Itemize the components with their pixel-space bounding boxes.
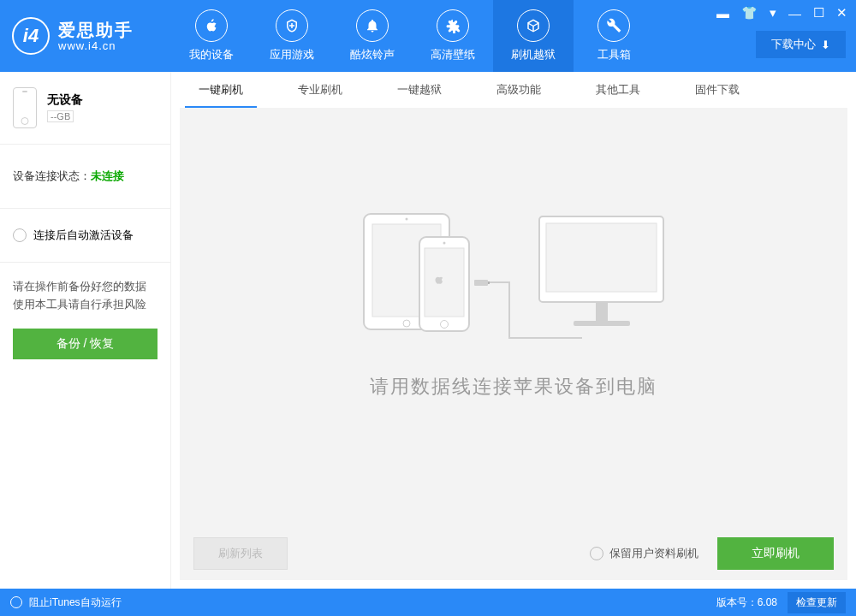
settings-icon[interactable]: ▾ xyxy=(770,5,776,21)
apple-icon xyxy=(195,9,228,42)
nav-apps-games[interactable]: 应用游戏 xyxy=(252,0,332,72)
bell-icon xyxy=(356,9,389,42)
auto-activate-option[interactable]: 连接后自动激活设备 xyxy=(0,209,170,262)
download-icon: ⬇ xyxy=(821,38,830,51)
top-nav: 我的设备 应用游戏 酷炫铃声 高清壁纸 刷机越狱 xyxy=(171,0,654,72)
svg-rect-11 xyxy=(546,223,657,292)
nav-wallpapers[interactable]: 高清壁纸 xyxy=(413,0,493,72)
keep-user-data-option[interactable]: 保留用户资料刷机 xyxy=(590,546,698,561)
app-title: 爱思助手 xyxy=(58,21,134,39)
radio-icon xyxy=(590,547,603,560)
tab-one-click-flash[interactable]: 一键刷机 xyxy=(185,72,257,108)
flash-now-button[interactable]: 立即刷机 xyxy=(717,537,834,570)
radio-icon xyxy=(10,596,22,608)
conn-value: 未连接 xyxy=(91,169,124,182)
main-area: 一键刷机 专业刷机 一键越狱 高级功能 其他工具 固件下载 xyxy=(171,72,856,589)
nav-label: 高清壁纸 xyxy=(431,47,475,62)
flower-icon xyxy=(437,9,469,42)
check-update-button[interactable]: 检查更新 xyxy=(788,592,846,613)
keep-data-label: 保留用户资料刷机 xyxy=(609,546,698,561)
tab-pro-flash[interactable]: 专业刷机 xyxy=(284,72,356,108)
svg-point-3 xyxy=(406,218,408,221)
maximize-icon[interactable]: ☐ xyxy=(813,5,824,21)
window-controls: ▬ 👕 ▾ — ☐ ✕ xyxy=(716,5,847,21)
tab-one-click-jailbreak[interactable]: 一键越狱 xyxy=(383,72,455,108)
version-info: 版本号：6.08 xyxy=(716,595,777,610)
shirt-icon[interactable]: 👕 xyxy=(741,5,758,21)
nav-label: 工具箱 xyxy=(597,47,631,62)
download-center-label: 下载中心 xyxy=(771,37,816,52)
bottom-bar: 刷新列表 保留用户资料刷机 立即刷机 xyxy=(180,527,847,580)
app-store-icon xyxy=(276,9,308,42)
feedback-icon[interactable]: ▬ xyxy=(716,6,729,21)
phone-thumb-icon xyxy=(13,87,37,128)
device-size: --GB xyxy=(47,110,74,122)
nav-label: 我的设备 xyxy=(189,47,234,62)
nav-my-device[interactable]: 我的设备 xyxy=(171,0,252,72)
sidebar: 无设备 --GB 设备连接状态：未连接 连接后自动激活设备 请在操作前备份好您的… xyxy=(0,72,171,589)
svg-rect-12 xyxy=(596,302,608,321)
svg-rect-13 xyxy=(574,321,630,326)
nav-label: 刷机越狱 xyxy=(511,47,556,62)
svg-rect-5 xyxy=(425,248,464,317)
tab-advanced[interactable]: 高级功能 xyxy=(483,72,555,108)
svg-point-7 xyxy=(443,242,446,245)
backup-restore-button[interactable]: 备份 / 恢复 xyxy=(13,329,158,359)
connect-prompt: 请用数据线连接苹果设备到电脑 xyxy=(370,374,657,400)
auto-activate-label: 连接后自动激活设备 xyxy=(33,228,134,243)
app-subtitle: www.i4.cn xyxy=(58,39,134,52)
tab-firmware-download[interactable]: 固件下载 xyxy=(681,72,753,108)
logo-area: i4 爱思助手 www.i4.cn xyxy=(0,17,171,55)
sub-tabs: 一键刷机 专业刷机 一键越狱 高级功能 其他工具 固件下载 xyxy=(171,72,856,108)
svg-rect-9 xyxy=(488,281,490,284)
nav-flash-jailbreak[interactable]: 刷机越狱 xyxy=(493,0,574,72)
header: i4 爱思助手 www.i4.cn 我的设备 应用游戏 酷炫铃声 xyxy=(0,0,856,72)
device-block: 无设备 --GB xyxy=(0,72,170,144)
nav-label: 酷炫铃声 xyxy=(350,47,395,62)
minimize-icon[interactable]: — xyxy=(788,6,801,21)
device-name: 无设备 xyxy=(47,92,83,108)
connect-illustration xyxy=(360,201,668,350)
backup-note: 请在操作前备份好您的数据 使用本工具请自行承担风险 xyxy=(0,263,170,325)
box-icon xyxy=(517,9,550,42)
close-icon[interactable]: ✕ xyxy=(836,5,847,21)
nav-toolbox[interactable]: 工具箱 xyxy=(574,0,654,72)
block-itunes-option[interactable]: 阻止iTunes自动运行 xyxy=(10,595,122,610)
download-center-button[interactable]: 下载中心 ⬇ xyxy=(756,31,846,58)
nav-ringtones[interactable]: 酷炫铃声 xyxy=(332,0,413,72)
footer: 阻止iTunes自动运行 版本号：6.08 检查更新 xyxy=(0,589,856,616)
nav-label: 应用游戏 xyxy=(270,47,314,62)
refresh-list-button[interactable]: 刷新列表 xyxy=(193,537,288,570)
conn-label: 设备连接状态： xyxy=(13,169,91,182)
logo-icon: i4 xyxy=(12,17,50,55)
svg-rect-8 xyxy=(474,280,488,286)
connection-status: 设备连接状态：未连接 xyxy=(0,145,170,208)
radio-icon xyxy=(13,228,27,242)
tools-icon xyxy=(597,9,630,42)
block-itunes-label: 阻止iTunes自动运行 xyxy=(29,595,122,610)
tab-other-tools[interactable]: 其他工具 xyxy=(582,72,654,108)
content-area: 请用数据线连接苹果设备到电脑 xyxy=(180,108,847,527)
